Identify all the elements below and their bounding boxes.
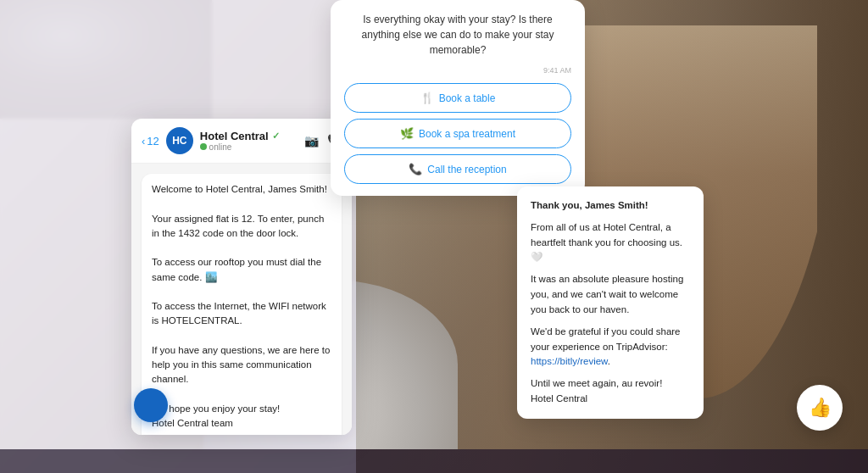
book-spa-button[interactable]: 🌿 Book a spa treatment — [344, 119, 571, 148]
online-status: online — [200, 142, 298, 152]
avatar: HC — [166, 127, 193, 154]
popup-message: Is everything okay with your stay? Is th… — [344, 12, 571, 58]
video-call-icon[interactable]: 📷 — [304, 134, 319, 147]
chat-header: ‹ 12 HC Hotel Central ✓ online 📷 📞 — [131, 119, 352, 164]
thumbs-up-button[interactable]: 👍 — [797, 385, 843, 431]
chat-window: ‹ 12 HC Hotel Central ✓ online 📷 📞 Welco… — [131, 119, 352, 435]
verified-badge: ✓ — [272, 131, 280, 142]
message-text: Welcome to Hotel Central, James Smith! Y… — [152, 182, 331, 431]
online-dot — [200, 143, 207, 150]
thumbs-up-icon: 👍 — [809, 397, 832, 419]
thankyou-line3: We'd be grateful if you could share your… — [531, 325, 690, 370]
welcome-message: Welcome to Hotel Central, James Smith! Y… — [142, 174, 342, 435]
phone-reception-icon: 📞 — [409, 163, 422, 175]
chevron-left-icon: ‹ — [142, 135, 145, 147]
thankyou-bubble: Thank you, James Smith! From all of us a… — [517, 186, 704, 419]
tripadvisor-link[interactable]: https://bitly/review — [531, 356, 608, 366]
book-spa-label: Book a spa treatment — [419, 128, 515, 140]
bottom-bar — [0, 449, 868, 473]
thankyou-closing: Until we meet again, au revoir!Hotel Cen… — [531, 376, 690, 407]
book-table-button[interactable]: 🍴 Book a table — [344, 83, 571, 113]
spa-icon: 🌿 — [400, 127, 414, 140]
call-reception-button[interactable]: 📞 Call the reception — [344, 154, 571, 184]
contact-name: Hotel Central ✓ — [200, 130, 298, 142]
call-reception-label: Call the reception — [427, 164, 506, 175]
book-table-label: Book a table — [439, 92, 496, 104]
compose-button[interactable] — [134, 388, 168, 422]
action-popup: Is everything okay with your stay? Is th… — [331, 0, 585, 196]
thankyou-greeting: Thank you, James Smith! — [531, 198, 690, 214]
back-count: 12 — [147, 135, 159, 147]
popup-time: 9:41 AM — [344, 66, 571, 75]
header-info: Hotel Central ✓ online — [200, 130, 298, 152]
fork-icon: 🍴 — [420, 92, 434, 104]
thankyou-line1: From all of us at Hotel Central, a heart… — [531, 220, 690, 265]
back-button[interactable]: ‹ 12 — [142, 135, 159, 147]
thankyou-line2: It was an absolute pleasure hosting you,… — [531, 272, 690, 317]
